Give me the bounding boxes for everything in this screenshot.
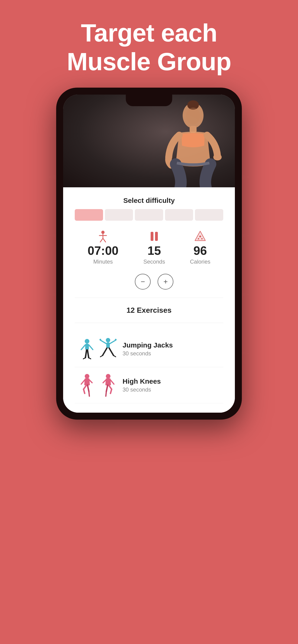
increase-button[interactable]: + — [158, 274, 173, 290]
fitness-woman-svg — [147, 97, 226, 187]
divider-1 — [75, 298, 223, 298]
phone-screen: Select difficulty — [63, 94, 235, 413]
svg-rect-11 — [151, 232, 153, 241]
person-icon — [97, 230, 109, 243]
rest-controls: − + — [135, 274, 173, 290]
divider-2 — [75, 323, 223, 323]
svg-line-45 — [106, 392, 106, 396]
svg-point-4 — [213, 154, 222, 160]
svg-point-13 — [199, 236, 201, 238]
difficulty-segment-2[interactable] — [105, 209, 133, 221]
pizza-icon — [194, 230, 207, 243]
stats-row: 07:00 Minutes 15 Seconds − — [75, 230, 223, 290]
decrease-button[interactable]: − — [135, 274, 151, 290]
time-value: 07:00 — [88, 244, 118, 257]
high-knees-figure-2 — [98, 373, 118, 397]
phone-notch — [126, 94, 172, 106]
calories-stat: 96 Calories — [190, 230, 210, 265]
svg-line-46 — [103, 380, 106, 383]
svg-line-9 — [100, 238, 103, 242]
svg-point-15 — [201, 238, 203, 240]
high-knees-figure-1 — [77, 373, 97, 397]
svg-line-35 — [84, 385, 87, 389]
svg-line-26 — [100, 340, 106, 344]
exercises-header: 12 Exercises — [75, 306, 223, 314]
svg-line-10 — [103, 238, 106, 242]
calories-value: 96 — [194, 244, 207, 257]
svg-line-19 — [89, 345, 93, 350]
svg-line-23 — [89, 358, 91, 359]
svg-line-31 — [109, 348, 114, 356]
svg-point-5 — [186, 108, 200, 124]
svg-line-39 — [81, 380, 85, 384]
exercise-images-2 — [77, 373, 118, 397]
svg-rect-25 — [106, 342, 110, 348]
svg-line-36 — [84, 389, 85, 394]
fitness-hero-image — [63, 94, 235, 187]
difficulty-bar — [75, 209, 223, 221]
difficulty-section: Select difficulty — [75, 196, 223, 221]
rest-value: 15 — [148, 244, 161, 257]
rest-unit: Seconds — [143, 258, 165, 265]
difficulty-segment-3[interactable] — [135, 209, 163, 221]
exercise-duration-2: 30 seconds — [123, 386, 221, 393]
exercise-name-2: High Knees — [123, 378, 221, 385]
calories-unit: Calories — [190, 258, 210, 265]
exercise-duration-1: 30 seconds — [123, 350, 221, 357]
svg-line-37 — [88, 385, 89, 392]
svg-line-21 — [88, 350, 89, 358]
svg-line-42 — [109, 385, 112, 389]
svg-rect-12 — [155, 232, 158, 241]
svg-point-29 — [115, 339, 117, 341]
svg-point-28 — [100, 339, 101, 341]
svg-line-38 — [89, 392, 89, 396]
rest-stat: 15 Seconds − + — [135, 230, 173, 290]
difficulty-segment-1[interactable] — [75, 209, 103, 221]
svg-point-6 — [101, 231, 105, 234]
svg-point-16 — [85, 339, 89, 344]
svg-point-41 — [106, 374, 111, 378]
svg-rect-17 — [85, 344, 89, 350]
exercise-item-jumping-jacks[interactable]: Jumping Jacks 30 seconds — [75, 331, 223, 367]
svg-point-34 — [85, 374, 89, 378]
svg-line-20 — [85, 350, 87, 358]
exercise-info-1: Jumping Jacks 30 seconds — [123, 341, 221, 357]
svg-line-18 — [81, 345, 85, 350]
exercise-info-2: High Knees 30 seconds — [123, 378, 221, 393]
difficulty-label: Select difficulty — [75, 196, 223, 204]
svg-line-22 — [83, 358, 85, 359]
exercise-item-high-knees[interactable]: High Knees 30 seconds — [75, 367, 223, 403]
time-stat: 07:00 Minutes — [88, 230, 118, 265]
jumping-jacks-figure-1 — [77, 337, 97, 361]
svg-point-14 — [198, 238, 199, 240]
svg-line-40 — [89, 380, 92, 383]
exercise-images-1 — [77, 337, 118, 361]
content-section: Select difficulty — [63, 187, 235, 413]
svg-line-43 — [111, 389, 112, 394]
svg-line-44 — [106, 385, 108, 392]
svg-point-24 — [106, 338, 110, 342]
svg-line-47 — [111, 380, 114, 384]
difficulty-segment-4[interactable] — [165, 209, 193, 221]
time-unit: Minutes — [93, 258, 113, 265]
svg-line-32 — [100, 356, 102, 357]
svg-line-30 — [103, 348, 107, 356]
jumping-jacks-figure-2 — [98, 337, 118, 361]
phone-frame: Select difficulty — [56, 88, 242, 420]
phone-container: Select difficulty — [56, 88, 242, 420]
svg-line-27 — [110, 340, 116, 344]
exercise-name-1: Jumping Jacks — [123, 341, 221, 349]
difficulty-segment-5[interactable] — [195, 209, 223, 221]
svg-line-33 — [114, 356, 116, 357]
hero-title: Target each Muscle Group — [67, 18, 231, 76]
exercise-list: Jumping Jacks 30 seconds — [75, 331, 223, 403]
hero-section: Target each Muscle Group — [58, 0, 240, 88]
pause-icon — [148, 230, 161, 243]
